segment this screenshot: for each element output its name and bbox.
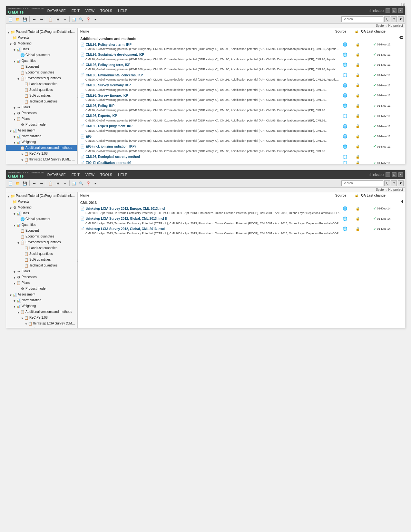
sidebar2-item-cml2001[interactable]: ▼ 📋 CML 2001 - Apr. 2015 [6,326,77,328]
menu-help[interactable]: HELP [117,8,129,13]
open-button[interactable]: 📂 [15,16,21,23]
sidebar-item-root[interactable]: ▼ 📁 Papercli Tutorial [C:\ProgramData\th… [6,29,77,35]
entry-title-row[interactable]: 📄thinkstep LCIA Survey 2012, Global, CML… [80,226,403,231]
entry-title[interactable]: CML96, Survey Germany, IKP [86,83,131,87]
sidebar-item-sofi-q[interactable]: 📋 SoFi quantities [6,93,77,99]
entry-title[interactable]: CML96, Environmental concerns, IKP [86,73,143,77]
sidebar2-item-env-q[interactable]: ▼ 📋 Environmental quantities [6,239,77,245]
entry-title-row[interactable]: 📄CML96, Experts, IKP🌐🔒✔01-Nov-11 [80,113,403,119]
sidebar2-item-modelling[interactable]: ▼ ⚙ Modelling [6,205,77,210]
copy-button[interactable]: 📋 [47,16,54,23]
sidebar-item-assessment[interactable]: ▼ 📊 Assessment [6,128,77,133]
search-mode-button-2[interactable]: □ [391,180,397,186]
sidebar2-item-projects[interactable]: 📁 Projects [6,199,77,205]
entry-title-row[interactable]: 📄CML96, Survey Germany, IKP🌐🔒✔01-Nov-11 [80,83,403,88]
entry-title-row[interactable]: 📄CML96, Environmental concerns, IKP🌐🔒✔01… [80,73,403,78]
entry-title[interactable]: CML96, Expert judgement, IKP [86,124,132,128]
entry-title-row[interactable]: 📄thinkstep LCIA Survey 2012, Global, CML… [80,216,403,221]
sidebar2-item-product-model[interactable]: ⚙ Product model [6,286,77,292]
sidebar-item-global-param[interactable]: 🌐 Global parameter [6,52,77,58]
help-button[interactable]: ❓ [85,16,92,23]
sidebar-item-processes[interactable]: ▼ ⚙ Processes [6,110,77,116]
minimize-button-2[interactable]: — [386,172,390,177]
redo-button[interactable]: ↪ [38,16,44,23]
entry-title[interactable]: thinkstep LCIA Survey 2012, Europe, CML … [86,207,165,210]
sidebar-item-projects[interactable]: 📁 Projects [6,35,77,41]
sidebar2-item-econvent[interactable]: 📋 Econvent [6,228,77,234]
entry-title[interactable]: E95 (incl. ionizing radiation, IKP) [86,145,136,148]
close-button-2[interactable]: × [398,172,403,177]
maximize-button-2[interactable]: □ [392,172,396,177]
help-button-2[interactable]: ❓ [85,180,92,187]
print-button-2[interactable]: 🖨 [54,180,61,187]
open-button-2[interactable]: 📂 [15,180,21,187]
entry-title-row[interactable]: 📄CML96, Survey Europe, IKP🌐🔒✔01-Nov-11 [80,93,403,98]
cut-button[interactable]: ✂ [62,16,68,23]
chart-button-2[interactable]: 📊 [71,180,77,187]
sidebar-item-plans[interactable]: ▼ 📋 Plans [6,116,77,122]
sidebar2-item-units[interactable]: ▼ 📊 Units [6,210,77,216]
new-button-2[interactable]: 📄 [7,180,14,187]
sidebar2-item-processes[interactable]: ▼ ⚙ Processes [6,274,77,280]
sidebar2-item-weighting[interactable]: ▼ 📊 Weighting [6,303,77,309]
chart-button[interactable]: 📊 [71,16,77,23]
sidebar-item-econvent[interactable]: 📋 Econvent [6,64,77,70]
close-button[interactable]: × [398,8,403,13]
redo-button-2[interactable]: ↪ [38,180,44,187]
entry-title-row[interactable]: 📄CML96, Sustainable development, IKP🌐🔒✔0… [80,52,403,57]
entry-title[interactable]: CML96, Ecological scarcity method [86,155,140,159]
sidebar2-item-quantities[interactable]: ▼ 📊 Quantities [6,222,77,228]
sidebar2-item-global-param[interactable]: 🌐 Global parameter [6,216,77,222]
sidebar2-item-assessment[interactable]: ▼ 📊 Assessment [6,292,77,297]
minimize-button[interactable]: — [386,8,390,13]
sidebar-item-tech-q[interactable]: 📋 Technical quantities [6,99,77,104]
zoom-button-2[interactable]: 🔍 [78,180,84,187]
entry-title[interactable]: CML96, Survey Europe, IKP [86,94,128,97]
sidebar-item-modelling[interactable]: ▼ ⚙ Modelling [6,41,77,46]
entry-title-row[interactable]: 📄E95 (incl. ionizing radiation, IKP)🌐🔒✔0… [80,144,403,149]
sidebar-item-env-q[interactable]: ▼ 📋 Environmental quantities [6,75,77,81]
bullet-button-2[interactable]: ● [92,180,99,187]
entry-title-row[interactable]: 📄E99, EI (Egalitarian approach)🌐🔒✔01-Nov… [80,160,403,164]
undo-button[interactable]: ↩ [31,16,37,23]
sidebar2-item-plans[interactable]: ▼ 📋 Plans [6,280,77,286]
sidebar2-item-additional-versions[interactable]: ▼ 📋 Additional versions and methods [6,309,77,315]
entry-title-row[interactable]: 📄CML96, Ecological scarcity method🌐🔒 [80,154,403,160]
sidebar2-item-recipe[interactable]: ▼ 📋 ReCiPe 1.08 [6,315,77,321]
new-button[interactable]: 📄 [7,16,14,23]
entry-title[interactable]: CML96, Sustainable development, IKP [86,53,144,56]
sidebar-item-flows[interactable]: ▼ → Flows [6,104,77,110]
sidebar-item-thinkstep-lcia[interactable]: ▼ 📋 thinkstep LCIA Survey (CML, ReCiPe, … [6,157,77,162]
menu-view[interactable]: VIEW [84,8,96,13]
entry-title[interactable]: thinkstep LCIA Survey 2012, Global, CML … [86,217,167,220]
zoom-button[interactable]: 🔍 [78,16,84,23]
bullet-button[interactable]: ● [92,16,99,23]
undo-button-2[interactable]: ↩ [31,180,37,187]
sidebar2-item-thinkstep-lcia[interactable]: ▼ 📋 thinkstep LCIA Survey (CML, ReCiPe, [6,321,77,326]
sidebar2-item-normalization[interactable]: ▼ 📊 Normalization [6,297,77,303]
search-button-2[interactable]: Q [384,180,390,186]
entry-title-row[interactable]: 📄CML96, Policy long term, IKP🌐🔒✔01-Nov-1… [80,62,403,67]
entry-title-row[interactable]: 📄CML96, Expert judgement, IKP🌐🔒✔01-Nov-1… [80,124,403,129]
menu-tools-2[interactable]: TOOLS [99,172,113,177]
entry-title[interactable]: CML96, Experts, IKP [86,114,117,118]
save-button[interactable]: 💾 [22,16,28,23]
search-input-1[interactable] [341,16,383,22]
search-input-2[interactable] [341,180,383,186]
menu-view-2[interactable]: VIEW [84,172,96,177]
sidebar-item-weighting[interactable]: ▼ 📊 Weighting [6,139,77,145]
entry-title-row[interactable]: 📄CML96, Policy short term, IKP🌐🔒✔01-Nov-… [80,42,403,47]
entry-title[interactable]: CML96, Policy, IKP [86,104,114,108]
sidebar2-item-root[interactable]: ▼ 📁 Papercli Tutorial [C:\ProgramData\th… [6,193,77,199]
sidebar-item-normalization[interactable]: ▼ 📊 Normalization [6,133,77,139]
sidebar-item-product-model[interactable]: ⚙ Product model [6,122,77,128]
entry-title-row[interactable]: 📄thinkstep LCIA Survey 2012, Europe, CML… [80,206,403,211]
sidebar2-item-sofi-q[interactable]: 📋 SoFi quantities [6,257,77,263]
copy-button-2[interactable]: 📋 [47,180,54,187]
maximize-button[interactable]: □ [392,8,396,13]
cut-button-2[interactable]: ✂ [62,180,68,187]
entry-title[interactable]: E95 [86,135,92,138]
sidebar2-item-land-use[interactable]: 📋 Land use quantities [6,245,77,251]
save-button-2[interactable]: 💾 [22,180,28,187]
menu-help-2[interactable]: HELP [117,172,129,177]
